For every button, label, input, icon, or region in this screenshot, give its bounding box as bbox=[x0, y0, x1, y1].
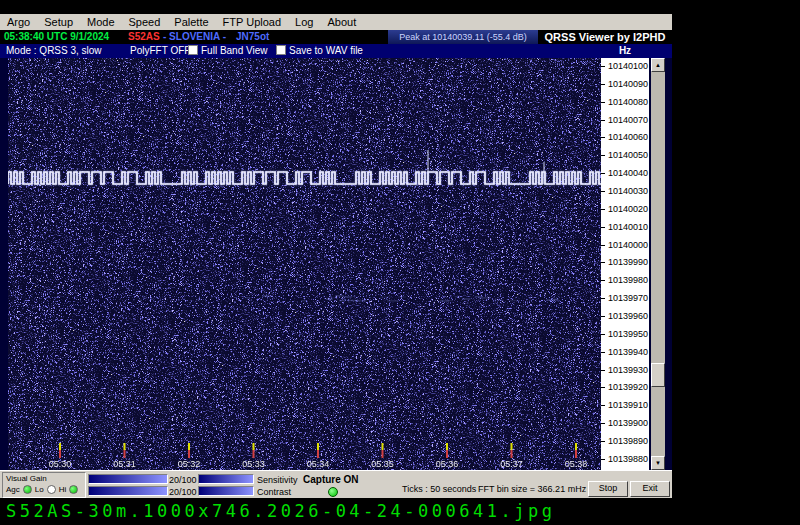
argo-window: ArgoSetupModeSpeedPaletteFTP UploadLogAb… bbox=[0, 14, 672, 498]
hz-column-header: Hz bbox=[601, 45, 649, 56]
scroll-up-button[interactable]: ▲ bbox=[651, 58, 665, 72]
freq-tick bbox=[601, 155, 605, 156]
app-title: QRSS Viewer by I2PHD bbox=[538, 30, 672, 44]
freq-tick bbox=[601, 405, 605, 406]
freq-label: 10139990 bbox=[608, 257, 648, 267]
freq-tick bbox=[601, 459, 605, 460]
freq-tick bbox=[601, 209, 605, 210]
freq-tick bbox=[601, 245, 605, 246]
menu-item-setup[interactable]: Setup bbox=[37, 16, 80, 28]
mode-bar: Mode : QRSS 3, slow PolyFFT OFF Full Ban… bbox=[0, 44, 672, 58]
grid-locator: JN75ot bbox=[236, 31, 269, 42]
capture-led-icon bbox=[328, 487, 338, 497]
menu-item-log[interactable]: Log bbox=[288, 16, 320, 28]
freq-label: 10140010 bbox=[608, 222, 648, 232]
gain-slider-1[interactable] bbox=[88, 474, 168, 484]
freq-tick bbox=[601, 316, 605, 317]
menu-item-speed[interactable]: Speed bbox=[122, 16, 168, 28]
freq-tick bbox=[601, 227, 605, 228]
freq-tick bbox=[601, 280, 605, 281]
menu-item-ftp-upload[interactable]: FTP Upload bbox=[216, 16, 289, 28]
freq-label: 10140080 bbox=[608, 97, 648, 107]
gain-value-2: 20/100 bbox=[169, 487, 197, 497]
freq-label: 10139920 bbox=[608, 382, 648, 392]
freq-label: 10139970 bbox=[608, 293, 648, 303]
freq-label: 10140060 bbox=[608, 132, 648, 142]
stop-button[interactable]: Stop bbox=[588, 481, 628, 497]
full-band-view-label: Full Band View bbox=[201, 45, 268, 56]
freq-tick bbox=[601, 137, 605, 138]
freq-tick bbox=[601, 120, 605, 121]
freq-label: 10139890 bbox=[608, 436, 648, 446]
save-wav-label: Save to WAV file bbox=[289, 45, 363, 56]
save-wav-option[interactable]: Save to WAV file bbox=[276, 45, 363, 56]
freq-tick bbox=[601, 262, 605, 263]
freq-label: 10139960 bbox=[608, 311, 648, 321]
capture-status: Capture ON bbox=[303, 474, 359, 485]
full-band-view-checkbox[interactable] bbox=[188, 45, 198, 55]
scroll-thumb[interactable] bbox=[651, 363, 665, 387]
contrast-slider[interactable] bbox=[198, 486, 254, 496]
freq-label: 10139910 bbox=[608, 400, 648, 410]
freq-tick bbox=[601, 441, 605, 442]
freq-label: 10140090 bbox=[608, 79, 648, 89]
agc-radio[interactable] bbox=[23, 485, 32, 494]
freq-label: 10140030 bbox=[608, 186, 648, 196]
freq-label: 10139930 bbox=[608, 365, 648, 375]
gain-slider-2[interactable] bbox=[88, 486, 168, 496]
freq-label: 10140040 bbox=[608, 168, 648, 178]
fft-bin-readout: FFT bin size = 366.21 mHz bbox=[478, 484, 586, 494]
freq-tick bbox=[601, 66, 605, 67]
freq-label: 10140000 bbox=[608, 240, 648, 250]
lo-label: Lo bbox=[35, 485, 44, 494]
main-area: 1014010010140090101400801014007010140060… bbox=[0, 58, 672, 470]
menu-item-argo[interactable]: Argo bbox=[0, 16, 37, 28]
frequency-scale: 1014010010140090101400801014007010140060… bbox=[601, 58, 649, 470]
freq-label: 10140070 bbox=[608, 115, 648, 125]
freq-tick bbox=[601, 84, 605, 85]
polyfft-status: PolyFFT OFF bbox=[130, 45, 190, 56]
freq-label: 10139980 bbox=[608, 275, 648, 285]
freq-tick bbox=[601, 370, 605, 371]
location: - SLOVENIA - bbox=[163, 31, 226, 42]
scroll-down-button[interactable]: ▼ bbox=[651, 456, 665, 470]
menu-item-palette[interactable]: Palette bbox=[167, 16, 215, 28]
full-band-view-option[interactable]: Full Band View bbox=[188, 45, 268, 56]
callsign: S52AS bbox=[128, 31, 160, 42]
freq-tick bbox=[601, 334, 605, 335]
freq-label: 10139900 bbox=[608, 418, 648, 428]
freq-tick bbox=[601, 102, 605, 103]
visual-gain-group: Visual Gain Agc Lo Hi bbox=[2, 472, 86, 498]
freq-label: 10140050 bbox=[608, 150, 648, 160]
lo-radio[interactable] bbox=[47, 485, 56, 494]
freq-tick bbox=[601, 387, 605, 388]
exit-button[interactable]: Exit bbox=[630, 481, 670, 497]
hi-label: Hi bbox=[59, 485, 67, 494]
freq-tick bbox=[601, 423, 605, 424]
menu-item-mode[interactable]: Mode bbox=[80, 16, 122, 28]
freq-tick bbox=[601, 191, 605, 192]
ticks-readout: Ticks : 50 seconds bbox=[402, 484, 476, 494]
freq-tick bbox=[601, 298, 605, 299]
freq-label: 10139950 bbox=[608, 329, 648, 339]
visual-gain-label: Visual Gain bbox=[6, 474, 47, 483]
freq-tick bbox=[601, 352, 605, 353]
utc-clock: 05:38:40 UTC 9/1/2024 bbox=[4, 31, 109, 42]
sensitivity-label: Sensitivity bbox=[257, 475, 298, 485]
sensitivity-slider[interactable] bbox=[198, 474, 254, 484]
freq-label: 10140020 bbox=[608, 204, 648, 214]
bottom-control-panel: Visual Gain Agc Lo Hi 20/100 20/100 Sens… bbox=[0, 470, 672, 498]
agc-label: Agc bbox=[6, 485, 20, 494]
freq-tick bbox=[601, 173, 605, 174]
mode-readout: Mode : QRSS 3, slow bbox=[6, 45, 102, 56]
status-bar: 05:38:40 UTC 9/1/2024 S52AS - SLOVENIA -… bbox=[0, 30, 672, 44]
frequency-scrollbar[interactable]: ▲ ▼ bbox=[651, 58, 665, 470]
menu-item-about[interactable]: About bbox=[320, 16, 363, 28]
capture-filename: S52AS-30m.1000x746.2026-04-24-000641.jpg bbox=[6, 501, 555, 521]
hi-radio[interactable] bbox=[69, 485, 78, 494]
gain-value-1: 20/100 bbox=[169, 475, 197, 485]
peak-readout: Peak at 10140039.11 (-55.4 dB) bbox=[388, 30, 538, 44]
save-wav-checkbox[interactable] bbox=[276, 45, 286, 55]
freq-label: 10139940 bbox=[608, 347, 648, 357]
contrast-label: Contrast bbox=[257, 487, 291, 497]
